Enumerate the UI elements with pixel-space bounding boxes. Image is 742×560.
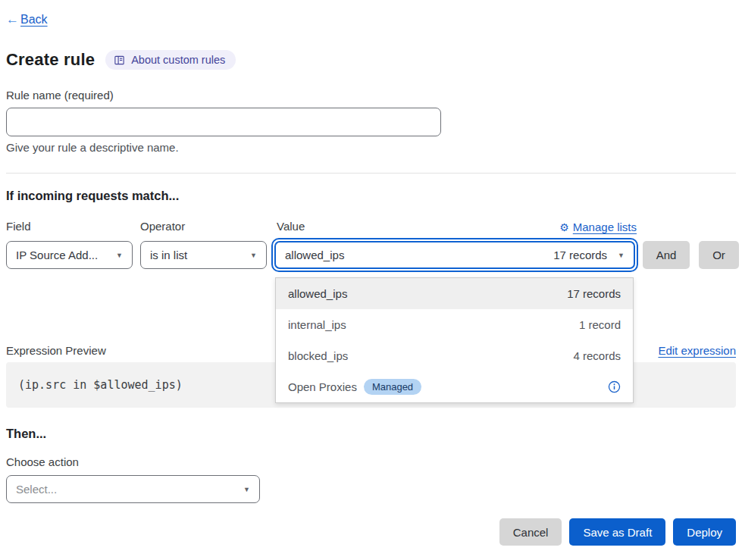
book-icon (114, 55, 125, 66)
operator-select-value: is in list (150, 249, 187, 261)
chevron-down-icon: ▼ (607, 252, 625, 259)
dropdown-item-blocked-ips[interactable]: blocked_ips 4 records (276, 340, 633, 371)
gear-icon: ⚙ (559, 221, 569, 233)
list-record-count: 17 records (567, 287, 621, 300)
info-icon[interactable] (608, 380, 621, 393)
footer-actions: Cancel Save as Draft Deploy (499, 518, 736, 546)
field-select-value: IP Source Add... (16, 249, 98, 261)
save-as-draft-button[interactable]: Save as Draft (569, 518, 665, 546)
value-dropdown-menu: allowed_ips 17 records internal_ips 1 re… (275, 277, 634, 403)
value-select-value: allowed_ips (285, 249, 344, 261)
manage-lists-label: Manage lists (573, 221, 637, 233)
value-select-record-count: 17 records (553, 249, 607, 261)
section-divider (6, 173, 736, 174)
list-name: Open Proxies (288, 380, 357, 393)
then-section-heading: Then... (6, 427, 46, 441)
list-name: allowed_ips (288, 287, 347, 300)
or-button[interactable]: Or (699, 241, 739, 269)
manage-lists-link[interactable]: ⚙ Manage lists (559, 221, 637, 233)
expression-preview-label: Expression Preview (6, 344, 106, 357)
edit-expression-link[interactable]: Edit expression (658, 344, 736, 357)
about-custom-rules-link[interactable]: About custom rules (105, 50, 236, 70)
back-link[interactable]: ← Back (6, 12, 48, 27)
page-title: Create rule (6, 50, 95, 70)
rule-name-helper-text: Give your rule a descriptive name. (6, 141, 179, 154)
and-button[interactable]: And (643, 241, 690, 269)
create-rule-page: ← Back Create rule About custom rules Ru… (0, 0, 742, 560)
dropdown-item-internal-ips[interactable]: internal_ips 1 record (276, 309, 633, 340)
title-row: Create rule About custom rules (6, 50, 236, 70)
chevron-down-icon: ▼ (244, 252, 257, 259)
dropdown-item-allowed-ips[interactable]: allowed_ips 17 records (276, 278, 633, 309)
rule-name-input[interactable] (6, 108, 441, 136)
value-select-focus-ring: allowed_ips 17 records ▼ (271, 238, 638, 272)
cancel-button[interactable]: Cancel (499, 518, 562, 546)
operator-column-label: Operator (140, 220, 185, 233)
about-badge-label: About custom rules (131, 54, 225, 66)
action-select[interactable]: Select... ▼ (6, 475, 260, 503)
choose-action-label: Choose action (6, 455, 79, 468)
operator-select[interactable]: is in list ▼ (140, 241, 267, 269)
chevron-down-icon: ▼ (237, 486, 250, 493)
list-name: blocked_ips (288, 349, 348, 362)
field-select[interactable]: IP Source Add... ▼ (6, 241, 133, 269)
back-link-label: Back (20, 13, 48, 27)
field-column-label: Field (6, 220, 31, 233)
dropdown-item-open-proxies[interactable]: Open Proxies Managed (276, 371, 633, 402)
value-select[interactable]: allowed_ips 17 records ▼ (274, 241, 635, 269)
action-select-placeholder: Select... (16, 483, 57, 496)
list-name: internal_ips (288, 318, 346, 331)
deploy-button[interactable]: Deploy (673, 518, 736, 546)
back-arrow-icon: ← (6, 12, 19, 27)
rule-name-label: Rule name (required) (6, 89, 114, 102)
expression-code: (ip.src in $allowed_ips) (18, 378, 183, 392)
match-section-heading: If incoming requests match... (6, 189, 179, 203)
list-record-count: 1 record (579, 318, 621, 331)
chevron-down-icon: ▼ (110, 252, 123, 259)
value-column-label: Value (277, 220, 305, 233)
list-record-count: 4 records (573, 349, 621, 362)
managed-badge: Managed (364, 379, 421, 395)
